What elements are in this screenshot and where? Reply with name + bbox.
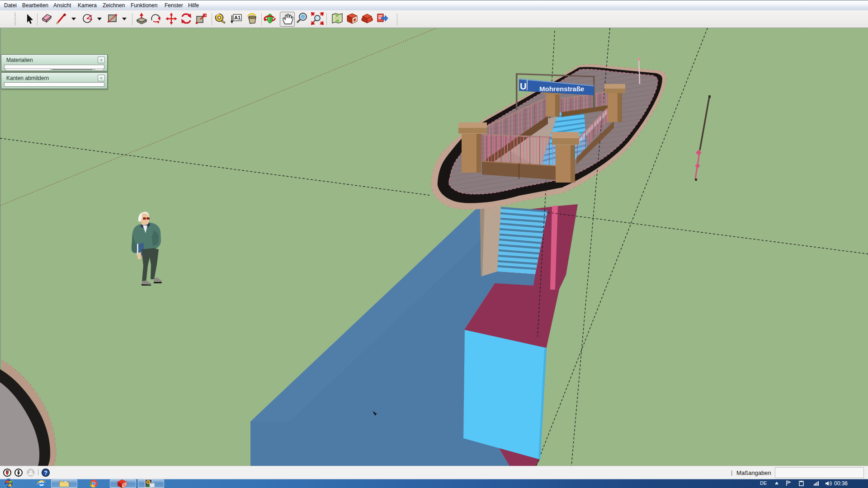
svg-text:?: ? (44, 470, 47, 476)
svg-text:U: U (520, 81, 526, 91)
svg-text:A1: A1 (234, 15, 241, 20)
svg-text:Mohrenstraße: Mohrenstraße (539, 85, 584, 93)
